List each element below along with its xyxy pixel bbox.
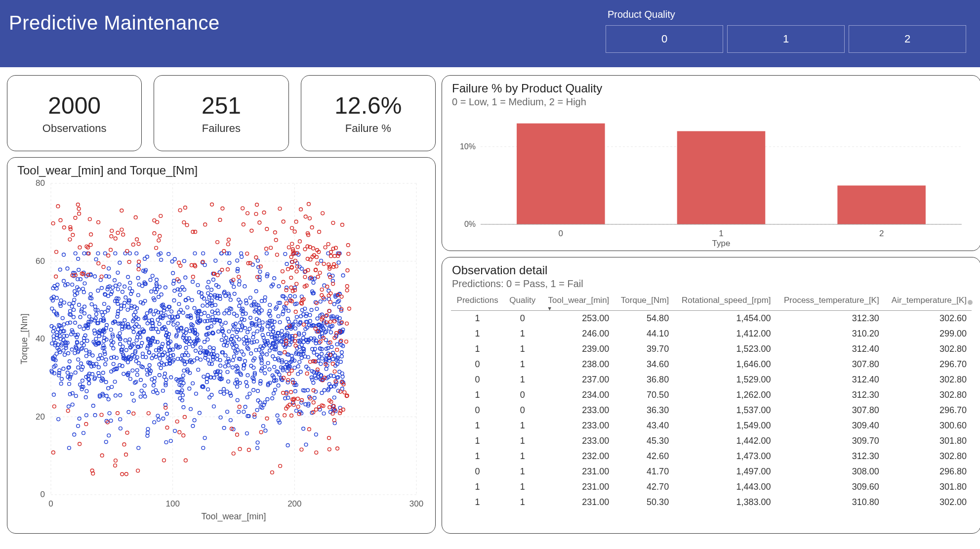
svg-point-1482 xyxy=(304,314,308,318)
svg-point-1876 xyxy=(308,427,311,431)
table-cell: 302.80 xyxy=(884,387,972,403)
svg-point-543 xyxy=(187,354,190,357)
svg-point-823 xyxy=(57,418,60,421)
svg-point-142 xyxy=(123,338,127,342)
svg-point-1278 xyxy=(302,427,305,430)
svg-point-1190 xyxy=(225,390,229,393)
svg-text:10%: 10% xyxy=(460,142,476,151)
svg-point-1156 xyxy=(107,434,111,437)
svg-point-132 xyxy=(293,295,296,298)
table-cell: 296.70 xyxy=(884,403,972,418)
slicer-option-1[interactable]: 1 xyxy=(727,25,845,53)
svg-point-467 xyxy=(56,328,60,331)
svg-point-853 xyxy=(105,394,108,398)
svg-point-542 xyxy=(62,279,66,283)
table-cell: 1 xyxy=(504,479,541,495)
svg-point-1355 xyxy=(199,346,203,349)
svg-point-647 xyxy=(78,303,81,307)
table-cell: 253.00 xyxy=(541,311,614,327)
table-cell: 45.30 xyxy=(614,433,674,449)
svg-point-479 xyxy=(214,303,217,307)
table-row[interactable]: 11233.0043.401,549.00309.40300.60 xyxy=(451,418,972,433)
svg-point-1679 xyxy=(78,246,82,249)
table-row[interactable]: 00233.0036.301,537.00307.80296.70 xyxy=(451,403,972,418)
svg-point-355 xyxy=(255,330,259,333)
svg-point-1372 xyxy=(162,417,165,421)
svg-point-1701 xyxy=(308,216,312,220)
svg-point-1377 xyxy=(299,315,303,318)
table-header-cell[interactable]: Rotational_speed_[rpm] xyxy=(674,293,776,311)
table-row[interactable]: 01231.0041.701,497.00308.00296.80 xyxy=(451,464,972,479)
svg-point-1252 xyxy=(164,314,167,317)
table-row[interactable]: 01237.0036.801,529.00312.40302.80 xyxy=(451,372,972,387)
slicer-option-0[interactable]: 0 xyxy=(606,25,723,53)
svg-point-1688 xyxy=(178,209,182,212)
table-cell: 299.00 xyxy=(884,326,972,341)
table-row[interactable]: 11246.0044.101,412.00310.20299.00 xyxy=(451,326,972,341)
scatter-plot[interactable]: 0100200300020406080Tool_wear_[min]Torque… xyxy=(16,178,426,524)
svg-point-1878 xyxy=(124,453,128,457)
svg-point-875 xyxy=(143,384,146,387)
table-cell: 300.60 xyxy=(884,418,972,433)
svg-point-1723 xyxy=(316,275,320,279)
slicer-option-2[interactable]: 2 xyxy=(849,25,966,53)
svg-point-197 xyxy=(134,360,138,363)
svg-point-1888 xyxy=(136,469,140,472)
table-cell: 42.70 xyxy=(614,479,674,495)
svg-point-1418 xyxy=(267,333,270,336)
svg-point-1880 xyxy=(121,472,124,476)
svg-point-613 xyxy=(207,280,210,284)
svg-point-1293 xyxy=(156,318,160,322)
table-row[interactable]: 10253.0054.801,454.00312.30302.60 xyxy=(451,311,972,327)
table-row[interactable]: 11233.0045.301,442.00309.70301.80 xyxy=(451,433,972,449)
bar-subtitle: 0 = Low, 1 = Medium, 2 = High xyxy=(452,96,972,108)
svg-point-1639 xyxy=(158,234,162,238)
table-header-cell[interactable]: Air_temperature_[K] xyxy=(884,293,972,311)
svg-point-1290 xyxy=(256,441,259,444)
svg-point-1628 xyxy=(122,233,125,236)
table-row[interactable]: 11231.0042.701,443.00309.60301.80 xyxy=(451,479,972,495)
table-cell: 1,549.00 xyxy=(674,418,776,433)
table-row[interactable]: 10234.0070.501,262.00312.30302.80 xyxy=(451,387,972,403)
table-header-cell[interactable]: Tool_wear_[min] xyxy=(541,293,614,311)
table-cell: 246.00 xyxy=(541,326,614,341)
svg-point-865 xyxy=(246,374,249,377)
table-row[interactable]: 11239.0039.701,523.00312.40302.80 xyxy=(451,341,972,357)
svg-point-1025 xyxy=(319,300,322,303)
table-header-row: PredictionsQualityTool_wear_[min]Torque_… xyxy=(451,293,972,311)
svg-point-1292 xyxy=(77,424,80,428)
svg-point-1871 xyxy=(52,405,56,408)
table-row[interactable]: 11231.0050.301,383.00310.80302.00 xyxy=(451,495,972,510)
svg-point-641 xyxy=(254,290,258,293)
svg-point-1510 xyxy=(274,388,277,391)
svg-point-1353 xyxy=(245,336,248,339)
svg-point-1295 xyxy=(94,257,98,261)
svg-point-1615 xyxy=(89,243,92,247)
table-cell: 233.00 xyxy=(541,418,614,433)
table-scroll[interactable]: PredictionsQualityTool_wear_[min]Torque_… xyxy=(451,293,972,520)
observation-table: PredictionsQualityTool_wear_[min]Torque_… xyxy=(451,293,972,510)
table-header-cell[interactable]: Torque_[Nm] xyxy=(614,293,674,311)
svg-point-235 xyxy=(112,346,115,350)
svg-point-1904 xyxy=(247,448,250,452)
svg-point-494 xyxy=(310,376,313,380)
svg-point-1114 xyxy=(222,426,226,430)
table-header-cell[interactable]: Predictions xyxy=(451,293,504,311)
svg-point-1386 xyxy=(183,288,186,292)
bar-chart[interactable]: 0%10%012Type xyxy=(451,111,972,249)
svg-point-1017 xyxy=(62,323,66,326)
svg-point-784 xyxy=(143,299,147,303)
table-header-cell[interactable]: Process_temperature_[K] xyxy=(776,293,884,311)
svg-point-1652 xyxy=(216,241,219,244)
table-row[interactable]: 01238.0034.601,646.00307.80296.70 xyxy=(451,357,972,372)
svg-point-807 xyxy=(107,398,110,401)
svg-point-1574 xyxy=(226,268,230,271)
svg-point-1544 xyxy=(238,338,241,341)
svg-point-1447 xyxy=(181,311,185,314)
svg-point-1724 xyxy=(346,244,350,247)
svg-point-328 xyxy=(93,414,97,417)
svg-point-1587 xyxy=(303,275,307,279)
table-row[interactable]: 11232.0042.601,473.00312.30302.80 xyxy=(451,449,972,464)
table-header-cell[interactable]: Quality xyxy=(504,293,541,311)
svg-point-655 xyxy=(226,410,229,414)
